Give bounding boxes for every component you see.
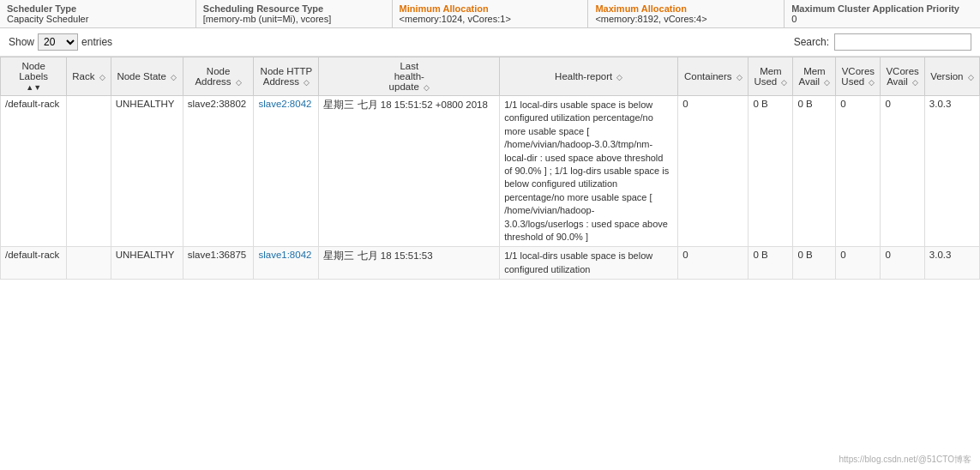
- mem-used-header[interactable]: MemUsed ◇: [749, 57, 793, 96]
- last-health-header[interactable]: Lasthealth-update ◇: [319, 57, 500, 96]
- health-report-cell: 1/1 local-dirs usable space is below con…: [500, 96, 678, 247]
- rack-cell: [67, 96, 111, 247]
- nodes-table: NodeLabels▲▼ Rack ◇ Node State ◇ NodeAdd…: [0, 57, 980, 280]
- node-state-header[interactable]: Node State ◇: [111, 57, 183, 96]
- scheduling-resource-type-cell: Scheduling Resource Type [memory-mb (uni…: [196, 0, 393, 27]
- version-cell: 3.0.3: [924, 96, 979, 247]
- rack-cell: [67, 247, 111, 280]
- mem-avail-cell: 0 B: [793, 247, 836, 280]
- show-entries-control: Show 20 10 25 50 100 entries: [9, 33, 112, 51]
- min-allocation-label: Minimum Allocation: [400, 3, 581, 14]
- show-label: Show: [9, 36, 34, 48]
- version-cell: 3.0.3: [924, 247, 979, 280]
- mem-avail-header[interactable]: MemAvail ◇: [793, 57, 836, 96]
- last-health-cell: 星期三 七月 18 15:51:53: [319, 247, 500, 280]
- containers-cell: 0: [678, 247, 749, 280]
- vcores-used-cell: 0: [836, 96, 881, 247]
- mem-used-cell: 0 B: [749, 247, 793, 280]
- node-address-cell: slave2:38802: [183, 96, 254, 247]
- max-allocation-cell: Maximum Allocation <memory:8192, vCores:…: [588, 0, 785, 27]
- vcores-used-header[interactable]: VCoresUsed ◇: [836, 57, 881, 96]
- node-address-cell: slave1:36875: [183, 247, 254, 280]
- node-http-header[interactable]: Node HTTPAddress ◇: [254, 57, 319, 96]
- last-health-cell: 星期三 七月 18 15:51:52 +0800 2018: [319, 96, 500, 247]
- health-report-cell: 1/1 local-dirs usable space is below con…: [500, 247, 678, 280]
- search-control: Search:: [794, 33, 971, 51]
- scheduler-type-label: Scheduler Type: [7, 3, 189, 14]
- max-allocation-value: <memory:8192, vCores:4>: [595, 14, 777, 24]
- vcores-avail-cell: 0: [881, 96, 924, 247]
- mem-avail-cell: 0 B: [793, 96, 836, 247]
- vcores-used-cell: 0: [836, 247, 881, 280]
- rack-header[interactable]: Rack ◇: [67, 57, 111, 96]
- node-http-cell[interactable]: slave2:8042: [254, 96, 319, 247]
- scheduling-resource-type-value: [memory-mb (unit=Mi), vcores]: [203, 14, 385, 24]
- node-labels-cell: /default-rack: [1, 96, 67, 247]
- node-address-header[interactable]: NodeAddress ◇: [183, 57, 254, 96]
- max-allocation-label: Maximum Allocation: [595, 3, 777, 14]
- max-cluster-priority-label: Maximum Cluster Application Priority: [791, 3, 973, 14]
- node-state-cell: UNHEALTHY: [111, 247, 183, 280]
- search-label: Search:: [794, 36, 829, 48]
- min-allocation-cell: Minimum Allocation <memory:1024, vCores:…: [393, 0, 589, 27]
- vcores-avail-header[interactable]: VCoresAvail ◇: [881, 57, 924, 96]
- max-cluster-priority-value: 0: [791, 14, 973, 24]
- search-input[interactable]: [834, 33, 971, 51]
- vcores-avail-cell: 0: [881, 247, 924, 280]
- node-labels-header[interactable]: NodeLabels▲▼: [1, 57, 67, 96]
- table-row: /default-rackUNHEALTHYslave2:38802slave2…: [1, 96, 980, 247]
- containers-cell: 0: [678, 96, 749, 247]
- version-header[interactable]: Version ◇: [924, 57, 979, 96]
- node-http-cell[interactable]: slave1:8042: [254, 247, 319, 280]
- top-bar: Scheduler Type Capacity Scheduler Schedu…: [0, 0, 980, 28]
- scheduling-resource-type-label: Scheduling Resource Type: [203, 3, 385, 14]
- scheduler-type-cell: Scheduler Type Capacity Scheduler: [0, 0, 196, 27]
- entries-label: entries: [81, 36, 112, 48]
- min-allocation-value: <memory:1024, vCores:1>: [400, 14, 581, 24]
- node-state-cell: UNHEALTHY: [111, 96, 183, 247]
- table-row: /default-rackUNHEALTHYslave1:36875slave1…: [1, 247, 980, 280]
- node-labels-cell: /default-rack: [1, 247, 67, 280]
- health-report-header[interactable]: Health-report ◇: [500, 57, 678, 96]
- mem-used-cell: 0 B: [749, 96, 793, 247]
- max-cluster-priority-cell: Maximum Cluster Application Priority 0: [785, 0, 980, 27]
- show-entries-select[interactable]: 20 10 25 50 100: [38, 33, 78, 51]
- scheduler-type-value: Capacity Scheduler: [7, 14, 189, 24]
- table-header-row: NodeLabels▲▼ Rack ◇ Node State ◇ NodeAdd…: [1, 57, 980, 96]
- containers-header[interactable]: Containers ◇: [678, 57, 749, 96]
- controls-bar: Show 20 10 25 50 100 entries Search:: [0, 28, 980, 57]
